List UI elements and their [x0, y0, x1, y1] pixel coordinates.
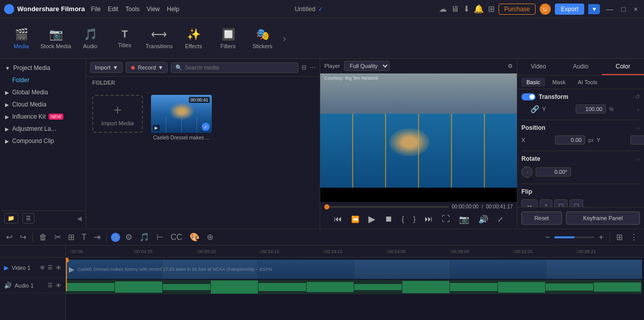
crop-button[interactable]: ⊞: [66, 231, 77, 243]
audio-button[interactable]: 🔊: [476, 214, 490, 225]
sidebar-item-global-media[interactable]: ▶ Global Media: [0, 86, 86, 98]
cut-button[interactable]: ✂: [52, 231, 63, 243]
video-track-options[interactable]: ☰: [48, 264, 53, 271]
stop-button[interactable]: ⏹: [383, 214, 395, 225]
search-input[interactable]: [184, 64, 294, 70]
rotate-input[interactable]: 0.00°: [536, 167, 571, 176]
flip-horizontal-button[interactable]: ↔: [521, 199, 538, 207]
tool-stock-media[interactable]: 📷 Stock Media: [40, 21, 72, 56]
reset-button[interactable]: Reset: [521, 211, 562, 225]
y-pos-input[interactable]: 0.00: [630, 135, 644, 145]
settings-button[interactable]: ⋮: [628, 231, 640, 243]
prev-clip-button[interactable]: ⏭: [423, 214, 435, 225]
player-settings-icon[interactable]: ⚙: [508, 63, 513, 69]
audio-track-eye[interactable]: 👁: [56, 282, 61, 289]
rewind-button[interactable]: ⏮: [332, 214, 344, 225]
close-button[interactable]: ×: [632, 5, 640, 13]
tool-media[interactable]: 🎬 Media: [5, 21, 37, 56]
flip-vertical-button[interactable]: ↕: [540, 199, 552, 207]
maximize-button[interactable]: □: [619, 5, 627, 13]
transform-toggle[interactable]: [521, 93, 536, 100]
menu-file[interactable]: File: [91, 6, 100, 13]
tool-effects[interactable]: ✨ Effects: [177, 21, 210, 56]
play-button[interactable]: ▶: [366, 212, 377, 226]
rotate-reset-icon[interactable]: ⬦: [636, 155, 640, 162]
filter-icon[interactable]: ⊟: [301, 64, 307, 71]
mark-out-button[interactable]: }: [411, 214, 418, 224]
text-button[interactable]: T: [80, 232, 89, 243]
more-button[interactable]: ⇥: [92, 231, 102, 243]
menu-tools[interactable]: Tools: [125, 6, 139, 13]
progress-bar[interactable]: [324, 206, 449, 208]
x-input[interactable]: 0.00: [555, 135, 585, 145]
export-button[interactable]: Export: [555, 4, 585, 15]
redo-button[interactable]: ↪: [18, 231, 28, 243]
mark-in-button[interactable]: {: [400, 214, 406, 224]
tab-audio[interactable]: Audio: [559, 59, 601, 75]
import-media-button[interactable]: + Import Media: [92, 95, 143, 133]
tool-audio[interactable]: 🎵 Audio: [74, 21, 106, 56]
video-clip[interactable]: ▶ Caeleb Dressel makes history with reco…: [66, 260, 642, 279]
sidebar-item-adjustment[interactable]: ▶ Adjustment La...: [0, 123, 86, 135]
subtab-ai-tools[interactable]: AI Tools: [573, 78, 602, 87]
tool-transitions[interactable]: ⟷ Transitions: [143, 21, 175, 56]
undo-button[interactable]: ↩: [4, 231, 15, 243]
y-keyframe-icon[interactable]: ⬦: [636, 105, 640, 113]
snapshot-button[interactable]: 📷: [457, 214, 471, 225]
keyframe-panel-button[interactable]: Keyframe Panel: [566, 211, 640, 225]
playhead[interactable]: [66, 258, 67, 291]
position-reset-icon[interactable]: ⬦: [636, 124, 640, 131]
effects-icon: ✨: [187, 28, 201, 41]
collapse-panel-icon[interactable]: ◀: [77, 215, 82, 222]
sidebar-item-cloud-media[interactable]: ▶ Cloud Media: [0, 98, 86, 111]
minimize-button[interactable]: —: [604, 5, 615, 13]
ripple-button[interactable]: ⊙: [111, 233, 120, 242]
purchase-button[interactable]: Purchase: [499, 4, 536, 15]
transform-reset-icon[interactable]: ↺: [635, 93, 640, 100]
zoom-in-track[interactable]: ⊕: [205, 231, 215, 243]
color-button[interactable]: 🎨: [187, 231, 202, 243]
flip-option4-button[interactable]: □: [570, 199, 583, 207]
sidebar-item-compound-clip[interactable]: ▶ Compound Clip: [0, 135, 86, 147]
menu-help[interactable]: Help: [167, 6, 179, 13]
audio-clip[interactable]: [66, 280, 642, 294]
frame-back-button[interactable]: ⏪: [349, 215, 361, 224]
video-thumbnail[interactable]: 00:00:41 ✓ ▶ Caeleb Dressel makes ...: [151, 95, 212, 140]
fit-button[interactable]: ⤢: [496, 215, 505, 224]
zoom-out-button[interactable]: −: [543, 232, 552, 243]
zoom-bar[interactable]: [554, 236, 595, 238]
import-button[interactable]: Import ▼: [90, 62, 123, 73]
menu-view[interactable]: View: [146, 6, 160, 13]
tool-filters[interactable]: 🔲 Filters: [212, 21, 244, 56]
tab-color[interactable]: Color: [602, 59, 644, 75]
subtab-mask[interactable]: Mask: [547, 78, 571, 87]
zoom-in-button[interactable]: +: [597, 232, 605, 243]
new-folder-button[interactable]: 📁: [4, 213, 18, 224]
video-track-add[interactable]: ⊕: [40, 264, 45, 271]
sidebar-item-folder[interactable]: Folder: [0, 74, 86, 86]
tool-titles[interactable]: T Titles: [108, 21, 141, 56]
fullscreen-button[interactable]: ⛶: [440, 214, 452, 225]
grid-view-button[interactable]: ⊞: [614, 231, 625, 243]
split-button[interactable]: ⊢: [155, 231, 166, 243]
toolbar-expand[interactable]: ›: [281, 32, 288, 44]
sidebar-item-project-media[interactable]: ▼ Project Media: [0, 62, 86, 74]
list-view-button[interactable]: ☰: [22, 213, 34, 224]
more-options-icon[interactable]: ⋯: [310, 64, 316, 71]
tool-stickers[interactable]: 🎭 Stickers: [246, 21, 279, 56]
flip-option3-button[interactable]: □: [554, 199, 567, 207]
snap-button[interactable]: ⚙: [123, 231, 134, 243]
video-track-eye[interactable]: 👁: [56, 265, 61, 271]
caption-button[interactable]: CC: [169, 232, 184, 243]
record-button[interactable]: ⏺ Record ▼: [126, 62, 168, 73]
export-dropdown-icon[interactable]: ▼: [588, 4, 600, 14]
quality-select[interactable]: Full Quality 1/2 Quality 1/4 Quality: [344, 61, 390, 71]
delete-button[interactable]: 🗑: [37, 232, 49, 243]
sidebar-item-influence-kit[interactable]: ▶ Influence Kit NEW: [0, 111, 86, 123]
menu-edit[interactable]: Edit: [108, 6, 119, 13]
tab-video[interactable]: Video: [517, 59, 559, 75]
subtab-basic[interactable]: Basic: [521, 78, 545, 87]
y-input[interactable]: 100.00: [576, 104, 606, 114]
audio-wave-button[interactable]: 🎵: [137, 231, 151, 243]
audio-track-options[interactable]: ☰: [48, 282, 53, 289]
